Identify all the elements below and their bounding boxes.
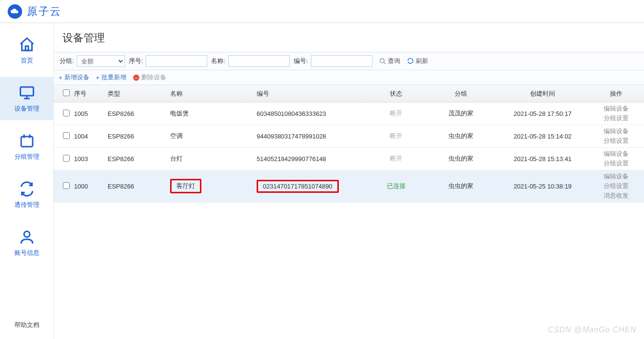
edit-link[interactable]: 编辑设备 [604, 127, 629, 136]
cell-status: 断开 [367, 109, 425, 118]
msg-link[interactable]: 消息收发 [604, 191, 629, 200]
sidebar-item-label: 透传管理 [14, 201, 39, 209]
cell-group: 虫虫的家 [425, 154, 497, 163]
col-time: 创建时间 [497, 89, 588, 98]
group-link[interactable]: 分组设置 [604, 114, 629, 123]
cell-group: 虫虫的家 [425, 182, 497, 190]
cell-ops: 编辑设备分组设置 [588, 127, 644, 145]
query-button[interactable]: 查询 [379, 57, 400, 65]
filter-code-input[interactable] [311, 55, 372, 67]
edit-link[interactable]: 编辑设备 [604, 104, 629, 113]
table-row: 1005ESP8266电饭煲60348501080436333623断开茂茂的家… [54, 102, 644, 125]
filter-name-input[interactable] [228, 55, 290, 67]
page-title: 设备管理 [54, 23, 644, 52]
sync-icon [18, 180, 36, 198]
edit-link[interactable]: 编辑设备 [604, 150, 629, 158]
col-status: 状态 [367, 89, 425, 98]
cell-status: 断开 [367, 154, 425, 163]
calendar-icon [18, 132, 36, 150]
cell-status: 断开 [367, 132, 425, 140]
table-body: 1005ESP8266电饭煲60348501080436333623断开茂茂的家… [54, 102, 644, 202]
filter-seq-input[interactable] [146, 55, 207, 67]
home-icon [18, 36, 36, 53]
cell-type: ESP8266 [108, 110, 170, 117]
cell-name: 台灯 [170, 154, 257, 163]
cell-time: 2021-05-28 15:14:02 [497, 133, 588, 140]
cell-type: ESP8266 [108, 155, 170, 163]
row-checkbox[interactable] [63, 155, 70, 162]
svg-rect-0 [25, 46, 28, 50]
monitor-icon [18, 84, 36, 101]
cell-time: 2021-05-25 10:38:19 [497, 183, 588, 190]
filter-bar: 分组: 全部 序号: 名称: 编号: 查询 刷新 [54, 52, 644, 70]
app-title: 原子云 [27, 4, 62, 19]
row-checkbox[interactable] [63, 132, 70, 139]
cell-seq: 1004 [74, 133, 108, 140]
cell-ops: 编辑设备分组设置消息收发 [588, 172, 644, 200]
svg-point-8 [380, 59, 384, 63]
cell-code: 02314701717851074890 [257, 180, 367, 193]
filter-group-select[interactable]: 全部 [77, 55, 125, 67]
sidebar-item-label: 设备管理 [14, 104, 39, 113]
plus-icon: + [59, 74, 62, 81]
filter-seq-label: 序号: [129, 57, 143, 65]
action-bar: +新增设备 +批量新增 –删除设备 [54, 70, 644, 85]
table-row: 1003ESP8266台灯51405218429990776148断开虫虫的家2… [54, 148, 644, 170]
cell-group: 茂茂的家 [425, 109, 497, 118]
delete-device-button[interactable]: –删除设备 [133, 73, 166, 82]
minus-circle-icon: – [133, 75, 139, 81]
sidebar-item-label: 分组管理 [14, 152, 39, 161]
refresh-icon [407, 58, 414, 64]
app-header: 原子云 [0, 0, 644, 23]
cell-ops: 编辑设备分组设置 [588, 104, 644, 123]
search-icon [379, 58, 386, 64]
cell-type: ESP8266 [108, 183, 170, 190]
cell-name: 客厅灯 [170, 179, 257, 193]
cell-code: 94409380317478991028 [257, 133, 367, 140]
cell-time: 2021-05-28 15:13:41 [497, 155, 588, 163]
cell-name: 空调 [170, 132, 257, 140]
main-panel: 设备管理 分组: 全部 序号: 名称: 编号: 查询 刷新 +新增设备 +批量新… [54, 23, 644, 339]
cell-status: 已连接 [367, 182, 425, 190]
group-link[interactable]: 分组设置 [604, 159, 629, 168]
svg-point-7 [24, 231, 30, 237]
sidebar-item-account[interactable]: 账号信息 [0, 221, 53, 264]
group-link[interactable]: 分组设置 [604, 182, 629, 190]
svg-rect-1 [20, 87, 33, 96]
edit-link[interactable]: 编辑设备 [604, 172, 629, 181]
watermark: CSDN @ManGo CHEN [548, 326, 636, 334]
table-row: 1004ESP8266空调94409380317478991028断开虫虫的家2… [54, 125, 644, 148]
sidebar: 首页 设备管理 分组管理 透传管理 账号信息 帮助文档 [0, 23, 54, 339]
group-link[interactable]: 分组设置 [604, 137, 629, 145]
filter-group-label: 分组: [60, 57, 74, 65]
check-all[interactable] [63, 89, 70, 96]
sidebar-item-group[interactable]: 分组管理 [0, 125, 53, 168]
cell-code: 60348501080436333623 [257, 110, 367, 117]
refresh-button[interactable]: 刷新 [407, 57, 428, 65]
table-header: 序号 类型 名称 编号 状态 分组 创建时间 操作 [54, 85, 644, 102]
add-device-button[interactable]: +新增设备 [59, 73, 89, 82]
row-checkbox[interactable] [63, 110, 70, 116]
sidebar-item-home[interactable]: 首页 [0, 29, 53, 72]
filter-name-label: 名称: [211, 57, 225, 65]
plus-icon: + [96, 74, 100, 81]
col-ops: 操作 [588, 89, 644, 98]
sidebar-item-device[interactable]: 设备管理 [0, 77, 53, 120]
filter-code-label: 编号: [294, 57, 308, 65]
cell-time: 2021-05-28 17:50:17 [497, 110, 588, 117]
cell-ops: 编辑设备分组设置 [588, 150, 644, 168]
table-row: 1000ESP8266客厅灯02314701717851074890已连接虫虫的… [54, 170, 644, 202]
cell-seq: 1005 [74, 110, 108, 117]
cell-seq: 1000 [74, 183, 108, 190]
cell-code: 51405218429990776148 [257, 155, 367, 163]
cell-name: 电饭煲 [170, 109, 257, 118]
batch-add-button[interactable]: +批量新增 [96, 73, 127, 82]
user-icon [18, 228, 36, 246]
sidebar-item-transfer[interactable]: 透传管理 [0, 173, 53, 216]
row-checkbox[interactable] [63, 182, 70, 189]
cell-group: 虫虫的家 [425, 132, 497, 140]
cell-type: ESP8266 [108, 133, 170, 140]
col-seq: 序号 [74, 89, 108, 98]
svg-line-9 [384, 63, 385, 64]
sidebar-help[interactable]: 帮助文档 [0, 311, 53, 339]
